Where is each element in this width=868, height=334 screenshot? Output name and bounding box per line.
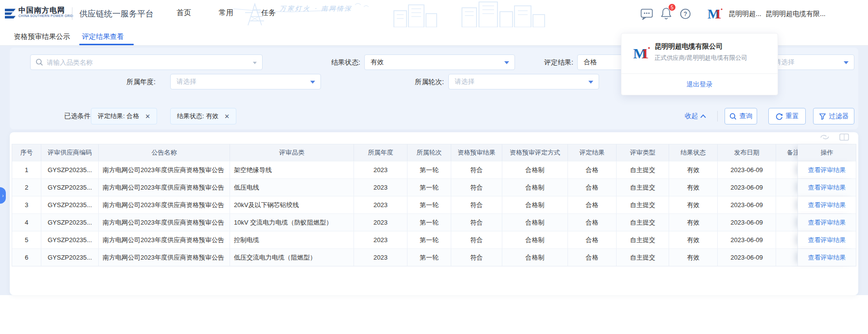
cell-category: 控制电缆 — [230, 231, 354, 248]
cell-prequal_method: 合格制 — [502, 161, 568, 178]
company-logo-m[interactable]: M 1 — [708, 7, 723, 21]
cell-supplier_code: GYSZP20235... — [41, 231, 99, 248]
nav-tasks[interactable]: 任务 — [261, 8, 276, 18]
col-prequal_result: 资格预审结果 — [451, 144, 502, 161]
cell-prequal_result: 符合 — [451, 179, 502, 196]
category-search-input[interactable] — [47, 59, 249, 66]
col-publish_date: 发布日期 — [718, 144, 776, 161]
query-button[interactable]: 查询 — [725, 108, 757, 124]
search-icon — [35, 58, 43, 66]
cell-round: 第一轮 — [407, 179, 451, 196]
cell-round: 第一轮 — [407, 196, 451, 213]
tab-prequalification-results[interactable]: 资格预审结果公示 — [14, 28, 70, 45]
chip-close-icon[interactable]: ✕ — [224, 113, 230, 120]
view-review-result-link[interactable]: 查看评审结果 — [808, 201, 846, 210]
col-prequal_method: 资格预审评定方式 — [502, 144, 568, 161]
cell-supplier_code: GYSZP20235... — [41, 196, 99, 213]
cell-prequal_result: 符合 — [451, 161, 502, 178]
app-header: 万家灯火 · 南网情深 中国南方电网 CHINA SOUTHERN POWER … — [0, 0, 868, 28]
cell-prequal_result: 符合 — [451, 231, 502, 248]
filter-button[interactable]: 过滤器 — [813, 108, 854, 124]
cell-publish_date: 2023-06-09 — [718, 196, 776, 213]
view-review-result-link[interactable]: 查看评审结果 — [808, 166, 846, 175]
svg-text:1: 1 — [641, 45, 649, 62]
table-row: 3GYSZP20235...南方电网公司2023年度供应商资格预审公告20kV及… — [12, 196, 856, 213]
refresh-table-icon[interactable] — [819, 133, 830, 141]
selected-conditions-label: 已选条件: — [41, 108, 92, 124]
help-icon[interactable]: ? — [680, 8, 691, 19]
round-select[interactable]: 请选择 — [448, 74, 599, 89]
cell-status: 有效 — [669, 231, 718, 248]
refresh-icon — [776, 113, 783, 120]
cell-action: 查看评审结果 — [797, 196, 856, 213]
chip-close-icon[interactable]: ✕ — [145, 113, 150, 120]
svg-text:1: 1 — [715, 7, 722, 21]
cell-round: 第一轮 — [407, 161, 451, 178]
view-review-result-link[interactable]: 查看评审结果 — [808, 183, 846, 192]
cell-notice: 南方电网公司2023年度供应商资格预审公告 — [99, 179, 230, 196]
extra-filter-select[interactable]: 请选择 — [768, 54, 854, 70]
view-review-result-link[interactable]: 查看评审结果 — [808, 236, 846, 245]
cell-category: 低压电线 — [230, 179, 354, 196]
main-nav: 首页常用任务 — [177, 8, 303, 18]
view-review-result-link[interactable]: 查看评审结果 — [808, 253, 846, 262]
eval-result-label: 评定结果: — [524, 54, 573, 70]
result-status-select[interactable]: 有效 — [364, 54, 515, 70]
cell-status: 有效 — [669, 179, 718, 196]
cell-status: 有效 — [669, 161, 718, 178]
cell-category: 20kV及以下钢芯铝绞线 — [230, 196, 354, 213]
col-year: 所属年度 — [354, 144, 407, 161]
cell-publish_date: 2023-06-09 — [718, 179, 776, 196]
cell-prequal_result: 符合 — [451, 196, 502, 213]
logout-button[interactable]: 退出登录 — [621, 74, 778, 95]
cell-year: 2023 — [354, 179, 407, 196]
cell-eval_result: 合格 — [568, 249, 617, 266]
cell-eval_result: 合格 — [568, 196, 617, 213]
nav-frequent[interactable]: 常用 — [219, 8, 233, 18]
cell-eval_result: 合格 — [568, 179, 617, 196]
cell-supplier_code: GYSZP20235... — [41, 214, 99, 231]
result-status-label: 结果状态: — [311, 54, 360, 70]
cell-category: 10kV 交流电力电缆（防蚁阻燃型） — [230, 214, 354, 231]
results-table: 序号评审供应商编码公告名称评审品类所属年度所属轮次资格预审结果资格预审评定方式评… — [12, 144, 856, 266]
table-row: 2GYSZP20235...南方电网公司2023年度供应商资格预审公告低压电线2… — [12, 178, 856, 196]
col-status: 结果状态 — [669, 144, 718, 161]
cell-action: 查看评审结果 — [797, 231, 856, 248]
col-supplier_code: 评审供应商编码 — [41, 144, 99, 161]
year-select[interactable]: 请选择 — [170, 74, 321, 89]
header-divider — [72, 7, 72, 20]
cell-status: 有效 — [669, 214, 718, 231]
cell-year: 2023 — [354, 231, 407, 248]
filter-chip: 评定结果: 合格✕ — [91, 108, 157, 124]
cell-eval_result: 合格 — [568, 161, 617, 178]
cell-action: 查看评审结果 — [797, 214, 856, 231]
cell-review_type: 自主提交 — [617, 196, 669, 213]
col-no: 序号 — [12, 144, 41, 161]
collapse-toggle[interactable]: 收起 — [685, 108, 706, 124]
cell-review_type: 自主提交 — [617, 179, 669, 196]
svg-text:?: ? — [684, 11, 687, 18]
cell-status: 有效 — [669, 249, 718, 266]
nav-home[interactable]: 首页 — [177, 8, 191, 18]
cell-action: 查看评审结果 — [797, 249, 856, 266]
cell-prequal_method: 合格制 — [502, 179, 568, 196]
actions-divider — [717, 111, 718, 122]
filter-chip: 结果状态: 有效✕ — [170, 108, 236, 124]
category-search-select[interactable] — [30, 54, 263, 70]
tab-evaluation-results[interactable]: 评定结果查看 — [82, 28, 124, 45]
chevron-down-icon — [504, 61, 509, 64]
cell-year: 2023 — [354, 249, 407, 266]
view-review-result-link[interactable]: 查看评审结果 — [808, 218, 846, 227]
reset-button[interactable]: 重置 — [768, 108, 806, 124]
cell-publish_date: 2023-06-09 — [718, 214, 776, 231]
message-icon[interactable] — [640, 8, 654, 20]
cell-prequal_method: 合格制 — [502, 196, 568, 213]
user-name-short[interactable]: 昆明明超... — [728, 10, 762, 18]
cell-notice: 南方电网公司2023年度供应商资格预审公告 — [99, 214, 230, 231]
table-row: 4GYSZP20235...南方电网公司2023年度供应商资格预审公告10kV … — [12, 213, 856, 231]
cell-no: 5 — [12, 231, 41, 248]
column-settings-icon[interactable] — [839, 133, 850, 141]
company-name-short[interactable]: 昆明明超电缆有限... — [765, 10, 826, 18]
cell-no: 2 — [12, 179, 41, 196]
col-eval_result: 评定结果 — [568, 144, 617, 161]
